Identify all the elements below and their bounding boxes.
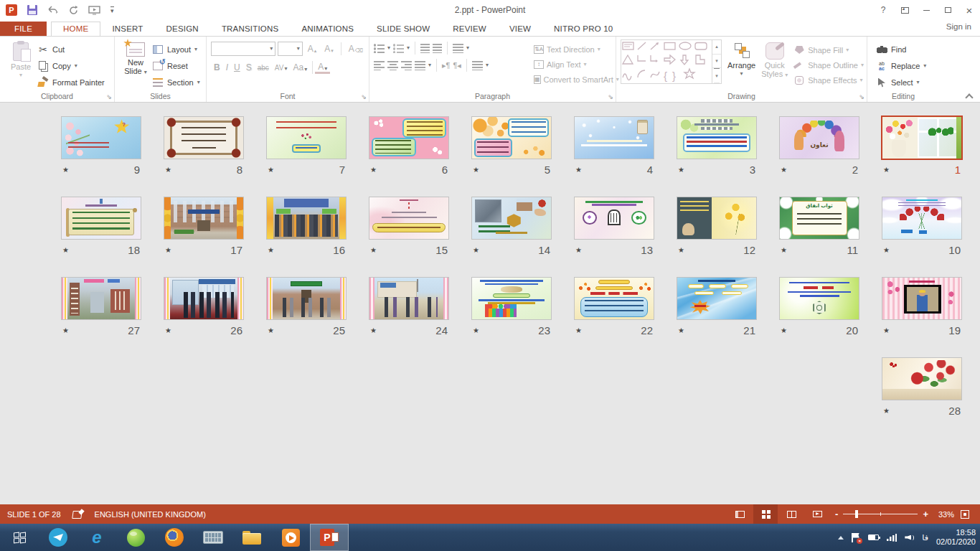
section-button[interactable]: Section▾ bbox=[152, 76, 200, 89]
ltr-direction-button[interactable]: ▸¶ bbox=[442, 61, 450, 70]
select-button[interactable]: Select▾ bbox=[876, 76, 926, 89]
slide-thumbnail-10[interactable]: ★10 bbox=[882, 197, 961, 256]
paste-button[interactable]: Paste▾ bbox=[4, 39, 37, 91]
taskbar-green-app[interactable] bbox=[116, 524, 155, 551]
slide-thumbnail-25[interactable]: ★25 bbox=[267, 278, 346, 336]
slide-thumbnail-4[interactable]: ★4 bbox=[575, 117, 654, 176]
transition-star-icon[interactable]: ★ bbox=[883, 407, 890, 415]
battery-icon[interactable] bbox=[868, 534, 879, 540]
transition-star-icon[interactable]: ★ bbox=[883, 166, 890, 174]
zoom-in-button[interactable]: + bbox=[923, 509, 928, 519]
cut-button[interactable]: ✂Cut bbox=[37, 43, 105, 56]
tab-slide-show[interactable]: SLIDE SHOW bbox=[365, 22, 441, 36]
font-name-combo[interactable]: ▾ bbox=[211, 42, 275, 56]
decrease-font-size-button[interactable]: A▾ bbox=[321, 44, 336, 54]
collapse-ribbon-button[interactable] bbox=[966, 93, 971, 98]
transition-star-icon[interactable]: ★ bbox=[165, 166, 171, 174]
tab-review[interactable]: REVIEW bbox=[441, 22, 498, 36]
zoom-slider[interactable] bbox=[843, 514, 918, 514]
slide-thumbnail-18[interactable]: ★18 bbox=[62, 197, 141, 256]
align-left-button[interactable] bbox=[374, 61, 385, 70]
transition-star-icon[interactable]: ★ bbox=[781, 246, 787, 254]
reset-button[interactable]: Reset bbox=[152, 60, 200, 72]
layout-button[interactable]: Layout▾ bbox=[152, 43, 200, 56]
transition-star-icon[interactable]: ★ bbox=[473, 166, 479, 174]
slide-sorter-view-button[interactable] bbox=[753, 504, 778, 524]
shapes-gallery[interactable]: { } ▴▾▾ bbox=[621, 39, 722, 84]
taskbar-media-player[interactable] bbox=[271, 524, 310, 551]
tab-home[interactable]: HOME bbox=[51, 22, 100, 36]
transition-star-icon[interactable]: ★ bbox=[62, 246, 69, 254]
slide-thumbnail-9[interactable]: ?★9 bbox=[62, 117, 141, 176]
help-button[interactable]: ? bbox=[872, 2, 894, 18]
transition-star-icon[interactable]: ★ bbox=[678, 246, 684, 254]
minimize-button[interactable] bbox=[915, 2, 937, 18]
tab-animations[interactable]: ANIMATIONS bbox=[290, 22, 365, 36]
slide-thumbnail-24[interactable]: ★24 bbox=[369, 278, 448, 336]
quick-styles-button[interactable]: QuickStyles ▾ bbox=[761, 39, 788, 91]
find-button[interactable]: Find bbox=[876, 43, 926, 56]
text-direction-button[interactable]: ⇅AText Direction▾ bbox=[534, 43, 613, 55]
slide-thumbnail-3[interactable]: ★3 bbox=[677, 117, 756, 176]
arrange-button[interactable]: Arrange▾ bbox=[727, 39, 755, 91]
slide-thumbnail-13[interactable]: ★13 bbox=[575, 197, 654, 256]
shape-fill-button[interactable]: Shape Fill▾ bbox=[793, 44, 864, 56]
slide-thumbnail-26[interactable]: ★26 bbox=[164, 278, 243, 336]
transition-star-icon[interactable]: ★ bbox=[62, 326, 69, 334]
clipboard-dialog-launcher[interactable]: ⇘ bbox=[106, 93, 112, 100]
restore-button[interactable] bbox=[937, 2, 958, 18]
transition-star-icon[interactable]: ★ bbox=[268, 246, 274, 254]
italic-button[interactable]: I bbox=[223, 62, 231, 72]
taskbar-firefox[interactable] bbox=[155, 524, 194, 551]
text-shadow-button[interactable]: S bbox=[243, 62, 255, 72]
font-dialog-launcher[interactable]: ⇘ bbox=[361, 93, 367, 100]
align-center-button[interactable] bbox=[387, 61, 398, 70]
slide-thumbnail-1[interactable]: ★1 bbox=[882, 117, 961, 176]
copy-button[interactable]: Copy▾ bbox=[37, 60, 105, 72]
numbering-button[interactable] bbox=[393, 44, 404, 53]
start-from-beginning-icon[interactable] bbox=[88, 6, 100, 15]
tab-file[interactable]: FILE bbox=[0, 22, 47, 36]
justify-button[interactable] bbox=[415, 61, 425, 70]
slide-thumbnail-19[interactable]: ★19 bbox=[882, 278, 961, 336]
slide-thumbnail-15[interactable]: ★15 bbox=[369, 197, 448, 256]
language-indicator[interactable]: ENGLISH (UNITED KINGDOM) bbox=[95, 510, 206, 519]
slide-thumbnail-17[interactable]: ★17 bbox=[164, 197, 243, 256]
transition-star-icon[interactable]: ★ bbox=[575, 326, 582, 334]
columns-button[interactable] bbox=[472, 61, 483, 70]
transition-star-icon[interactable]: ★ bbox=[883, 326, 890, 334]
slide-thumbnail-14[interactable]: ★14 bbox=[472, 197, 551, 256]
change-case-button[interactable]: Aa▾ bbox=[290, 62, 310, 72]
rtl-direction-button[interactable]: ¶◂ bbox=[453, 61, 461, 70]
transition-star-icon[interactable]: ★ bbox=[473, 326, 479, 334]
slide-thumbnail-11[interactable]: ثواب انفاق★11 bbox=[780, 197, 859, 256]
close-button[interactable]: × bbox=[958, 2, 980, 18]
align-text-button[interactable]: ↕Align Text▾ bbox=[534, 58, 613, 70]
save-icon[interactable] bbox=[27, 5, 37, 15]
zoom-out-button[interactable]: - bbox=[835, 509, 838, 519]
action-center-icon[interactable]: × bbox=[852, 533, 860, 542]
transition-star-icon[interactable]: ★ bbox=[62, 166, 69, 174]
font-color-button[interactable]: A▾ bbox=[315, 62, 330, 74]
repeat-icon[interactable] bbox=[69, 6, 78, 15]
shape-outline-button[interactable]: Shape Outline▾ bbox=[793, 59, 864, 71]
ribbon-display-options-button[interactable] bbox=[894, 2, 915, 18]
transition-star-icon[interactable]: ★ bbox=[575, 246, 582, 254]
strikethrough-button[interactable]: abc bbox=[255, 64, 272, 72]
slide-thumbnail-6[interactable]: ★6 bbox=[369, 117, 448, 176]
tab-view[interactable]: VIEW bbox=[498, 22, 542, 36]
tab-insert[interactable]: INSERT bbox=[100, 22, 154, 36]
customize-qat-icon[interactable]: ▾ bbox=[110, 6, 114, 14]
spell-check-icon[interactable] bbox=[72, 510, 83, 518]
transition-star-icon[interactable]: ★ bbox=[781, 166, 787, 174]
character-spacing-button[interactable]: AV▾ bbox=[272, 64, 291, 72]
transition-star-icon[interactable]: ★ bbox=[678, 166, 684, 174]
slide-thumbnail-27[interactable]: ★27 bbox=[62, 278, 141, 336]
clear-formatting-button[interactable]: A⌫ bbox=[346, 44, 366, 54]
transition-star-icon[interactable]: ★ bbox=[575, 166, 582, 174]
language-switcher[interactable]: فا bbox=[922, 533, 928, 542]
slide-sorter-view[interactable]: ?★9★8★7★6★5★4★3تعاون★2★1★18★17★16★15★14★… bbox=[0, 103, 980, 504]
transition-star-icon[interactable]: ★ bbox=[370, 246, 377, 254]
bold-button[interactable]: B bbox=[211, 62, 223, 72]
transition-star-icon[interactable]: ★ bbox=[473, 246, 479, 254]
